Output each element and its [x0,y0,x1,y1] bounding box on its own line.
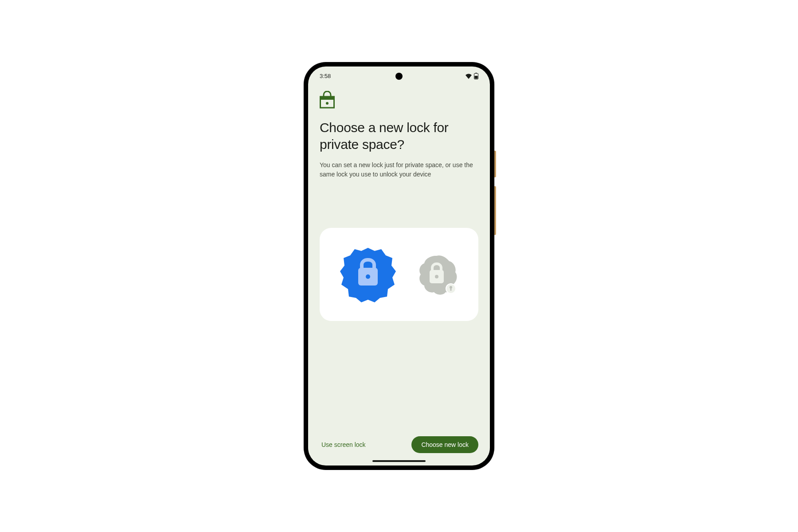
battery-icon [474,73,478,79]
content-area: Choose a new lock for private space? You… [308,83,490,429]
page-title: Choose a new lock for private space? [320,119,478,153]
new-lock-illustration [339,246,397,303]
svg-rect-2 [475,76,478,79]
use-screen-lock-button[interactable]: Use screen lock [320,438,368,452]
private-space-lock-icon [320,91,478,110]
status-icons [465,73,478,79]
status-time: 3:58 [320,73,331,79]
svg-point-5 [326,102,329,105]
wifi-icon [465,74,472,79]
svg-point-9 [435,275,438,278]
phone-side-buttons [494,151,496,244]
svg-rect-4 [321,97,334,100]
svg-rect-13 [450,288,452,291]
page-subtitle: You can set a new lock just for private … [320,160,478,179]
illustration-card [320,228,478,321]
existing-lock-illustration [415,252,459,297]
svg-point-7 [366,274,370,279]
phone-screen: 3:58 Choose [308,66,490,466]
gesture-nav-bar[interactable] [372,460,426,462]
phone-frame: 3:58 Choose [304,62,494,470]
camera-punch-hole [395,73,403,80]
choose-new-lock-button[interactable]: Choose new lock [411,436,478,453]
